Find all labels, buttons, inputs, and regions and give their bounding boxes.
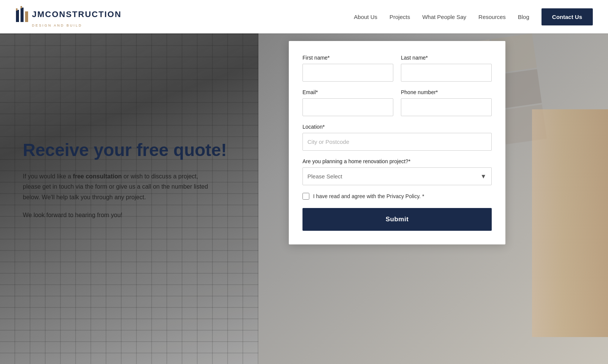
phone-input[interactable] bbox=[401, 98, 492, 116]
phone-group: Phone number* bbox=[401, 89, 492, 116]
first-name-group: First name* bbox=[302, 55, 393, 82]
renovation-row: Are you planning a home renovation proje… bbox=[302, 158, 492, 185]
nav-blog[interactable]: Blog bbox=[518, 14, 529, 20]
renovation-group: Are you planning a home renovation proje… bbox=[302, 158, 492, 185]
privacy-row: I have read and agree with the Privacy P… bbox=[302, 193, 492, 200]
logo-subtitle: DESIGN AND BUILD bbox=[32, 24, 82, 27]
nav-about[interactable]: About Us bbox=[354, 14, 377, 20]
nav-testimonials[interactable]: What People Say bbox=[422, 14, 466, 20]
hero-bold: free consultation bbox=[73, 173, 122, 180]
svg-rect-0 bbox=[16, 10, 19, 22]
submit-button[interactable]: Submit bbox=[302, 208, 492, 231]
logo-icon bbox=[15, 6, 29, 23]
hero-headline: Receive your free quote! bbox=[23, 140, 274, 161]
renovation-select[interactable]: Please Select Yes No Maybe bbox=[302, 167, 492, 185]
hero-body: If you would like a free consultation or… bbox=[23, 171, 213, 220]
email-group: Email* bbox=[302, 89, 393, 116]
name-row: First name* Last name* bbox=[302, 55, 492, 82]
logo-name: JMCONSTRUCTION bbox=[32, 9, 122, 19]
phone-label: Phone number* bbox=[401, 89, 492, 95]
contact-form-panel: First name* Last name* Email* Phone numb… bbox=[289, 41, 505, 244]
logo-text: JMCONSTRUCTION bbox=[15, 6, 122, 23]
contact-row: Email* Phone number* bbox=[302, 89, 492, 116]
email-input[interactable] bbox=[302, 98, 393, 116]
location-label: Location* bbox=[302, 124, 492, 130]
last-name-group: Last name* bbox=[401, 55, 492, 82]
location-row: Location* bbox=[302, 124, 492, 151]
logo-area: JMCONSTRUCTION DESIGN AND BUILD bbox=[15, 6, 122, 27]
location-input[interactable] bbox=[302, 133, 492, 151]
hero-body-p1: If you would like a free consultation or… bbox=[23, 171, 213, 202]
svg-rect-2 bbox=[25, 11, 28, 22]
svg-rect-1 bbox=[21, 8, 24, 22]
header: JMCONSTRUCTION DESIGN AND BUILD About Us… bbox=[0, 0, 608, 33]
privacy-checkbox[interactable] bbox=[302, 193, 309, 200]
first-name-label: First name* bbox=[302, 55, 393, 61]
last-name-input[interactable] bbox=[401, 64, 492, 82]
last-name-label: Last name* bbox=[401, 55, 492, 61]
hero-body-p2: We look forward to hearing from you! bbox=[23, 210, 213, 220]
privacy-label: I have read and agree with the Privacy P… bbox=[313, 193, 424, 199]
hero-content: Receive your free quote! If you would li… bbox=[0, 33, 608, 364]
renovation-select-wrapper: Please Select Yes No Maybe ▼ bbox=[302, 167, 492, 185]
renovation-label: Are you planning a home renovation proje… bbox=[302, 158, 492, 164]
location-group: Location* bbox=[302, 124, 492, 151]
email-label: Email* bbox=[302, 89, 393, 95]
svg-rect-4 bbox=[21, 6, 22, 8]
nav-resources[interactable]: Resources bbox=[478, 14, 506, 20]
first-name-input[interactable] bbox=[302, 64, 393, 82]
svg-rect-3 bbox=[16, 8, 17, 11]
main-nav: About Us Projects What People Say Resour… bbox=[354, 8, 593, 25]
nav-projects[interactable]: Projects bbox=[390, 14, 410, 20]
hero-text: Receive your free quote! If you would li… bbox=[23, 33, 274, 220]
contact-us-button[interactable]: Contact Us bbox=[542, 8, 593, 25]
hero-section: Receive your free quote! If you would li… bbox=[0, 33, 608, 364]
